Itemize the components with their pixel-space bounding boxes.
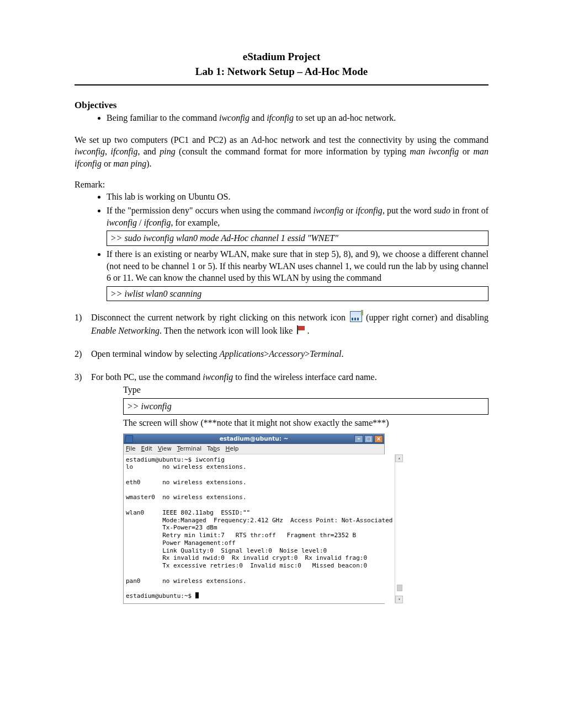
terminal-title: estadium@ubuntu: ~ [220,435,289,443]
terminal-body-wrap: estadium@ubuntu:~$ iwconfig lo no wirele… [124,454,384,603]
menu-tabs[interactable]: Tabs [207,445,220,453]
intro-paragraph: We set up two computers (PC1 and PC2) as… [75,134,488,170]
remark-list: This lab is working on Ubuntu OS. If the… [75,191,488,302]
step-3-note: The screen will show (***note that it mi… [123,417,488,429]
document-page: eStadium Project Lab 1: Network Setup – … [0,0,563,647]
close-button[interactable]: × [374,435,383,443]
terminal-output[interactable]: estadium@ubuntu:~$ iwconfig lo no wirele… [124,454,395,603]
scroll-thumb[interactable] [397,585,402,591]
terminal-titlebar: estadium@ubuntu: ~ – □ × [124,434,384,444]
title-block: eStadium Project Lab 1: Network Setup – … [75,50,488,79]
remark-cmd-iwlist: >> iwlist wlan0 scanning [107,286,488,302]
terminal-system-icon [125,435,133,443]
menu-help[interactable]: Help [226,445,239,453]
step-2: Open terminal window by selecting Applic… [75,347,488,361]
remark-item-1: This lab is working on Ubuntu OS. [107,191,488,203]
menu-file[interactable]: File [126,445,136,453]
remark-item-2: If the "permission deny" occurs when usi… [107,205,488,246]
remark-cmd-sudo: >> sudo iwconfig wlan0 mode Ad-Hoc chann… [107,231,488,246]
objectives-item: Being familiar to the command iwconfig a… [107,112,488,124]
objectives-heading: Objectives [75,100,488,111]
minimize-button[interactable]: – [354,435,363,443]
remark-heading: Remark: [75,180,488,190]
objectives-list: Being familiar to the command iwconfig a… [75,112,488,124]
network-bars-icon [350,311,362,322]
step-3-type: Type [123,384,488,396]
terminal-scrollbar[interactable]: ▴ ▾ [395,454,395,603]
title-rule [75,84,488,85]
scroll-up-icon[interactable]: ▴ [395,454,403,462]
scroll-down-icon[interactable]: ▾ [395,596,403,603]
step-3-cmd: >> iwconfig [123,398,488,415]
terminal-window: estadium@ubuntu: ~ – □ × File Edit View … [123,433,385,604]
title-line-2: Lab 1: Network Setup – Ad-Hoc Mode [75,65,488,79]
terminal-menubar: File Edit View Terminal Tabs Help [124,444,384,454]
menu-terminal[interactable]: Terminal [177,445,201,453]
menu-view[interactable]: View [158,445,172,453]
step-3: For both PC, use the command iwconfig to… [75,371,488,603]
remark-item-3: If there is an existing or nearby WLAN, … [107,248,488,301]
title-line-1: eStadium Project [75,50,488,65]
terminal-cursor [195,592,199,598]
steps-list: Disconnect the current network by right … [75,311,488,603]
menu-edit[interactable]: Edit [141,445,152,453]
window-buttons: – □ × [354,435,383,443]
network-flag-icon [296,325,306,335]
step-1: Disconnect the current network by right … [75,311,488,338]
maximize-button[interactable]: □ [364,435,373,443]
